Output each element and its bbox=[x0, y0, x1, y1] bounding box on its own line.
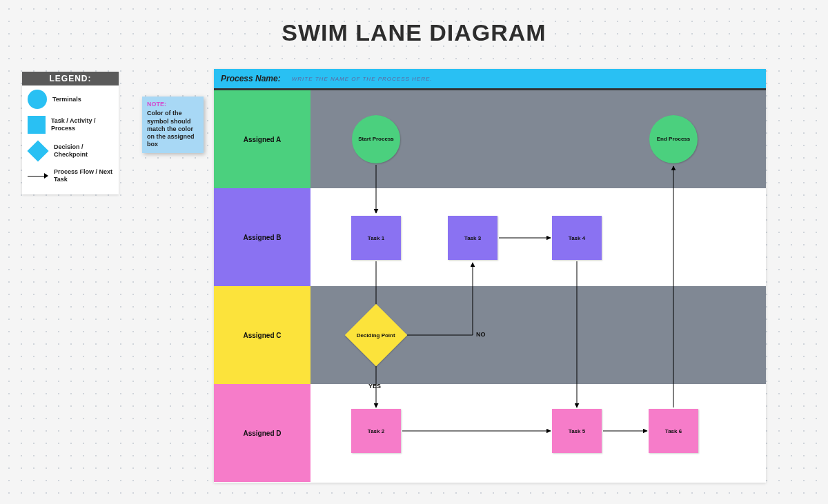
process-name-label: Process Name: bbox=[221, 74, 281, 83]
diagram-title: SWIM LANE DIAGRAM bbox=[0, 19, 828, 46]
task-6[interactable]: Task 6 bbox=[649, 409, 698, 453]
legend: LEGEND: Terminals Task / Activity / Proc… bbox=[22, 72, 119, 194]
legend-label-terminals: Terminals bbox=[52, 96, 81, 103]
process-name-bar: Process Name: WRITE THE NAME OF THE PROC… bbox=[214, 69, 766, 88]
legend-row-decision: Decision / Checkpoint bbox=[28, 141, 113, 161]
process-name-hint: WRITE THE NAME OF THE PROCESS HERE. bbox=[292, 76, 433, 82]
end-terminal[interactable]: End Process bbox=[649, 115, 698, 163]
start-terminal[interactable]: Start Process bbox=[352, 115, 400, 163]
legend-header: LEGEND: bbox=[22, 72, 119, 85]
task-1[interactable]: Task 1 bbox=[351, 216, 401, 260]
lane-b-header: Assigned B bbox=[214, 188, 310, 286]
swimlanes: Assigned A Assigned B Assigned C Assigne… bbox=[214, 90, 766, 483]
legend-row-terminals: Terminals bbox=[28, 90, 113, 109]
lane-c-header: Assigned C bbox=[214, 286, 310, 384]
lane-c: Assigned C bbox=[214, 286, 766, 384]
task-5[interactable]: Task 5 bbox=[552, 409, 602, 453]
terminal-icon bbox=[28, 90, 47, 109]
legend-label-task: Task / Activity / Process bbox=[51, 117, 113, 132]
task-icon bbox=[28, 116, 46, 134]
task-2[interactable]: Task 2 bbox=[351, 409, 401, 453]
legend-label-flow: Process Flow / Next Task bbox=[54, 168, 113, 183]
legend-row-flow: Process Flow / Next Task bbox=[28, 168, 113, 183]
legend-label-decision: Decision / Checkpoint bbox=[54, 143, 113, 159]
label-yes: YES bbox=[368, 383, 381, 390]
label-no: NO bbox=[476, 331, 486, 338]
legend-row-task: Task / Activity / Process bbox=[28, 116, 113, 134]
note-body: Color of the symbol should match the col… bbox=[147, 110, 199, 148]
note-title: NOTE: bbox=[147, 101, 199, 108]
lane-d-header: Assigned D bbox=[214, 384, 310, 482]
task-4[interactable]: Task 4 bbox=[552, 216, 602, 260]
note-box: NOTE: Color of the symbol should match t… bbox=[142, 97, 204, 153]
lane-a-header: Assigned A bbox=[214, 90, 310, 188]
decision-icon bbox=[27, 140, 48, 161]
arrow-icon bbox=[28, 169, 48, 183]
task-3[interactable]: Task 3 bbox=[448, 216, 497, 260]
swimlane-board: Process Name: WRITE THE NAME OF THE PROC… bbox=[214, 69, 766, 483]
